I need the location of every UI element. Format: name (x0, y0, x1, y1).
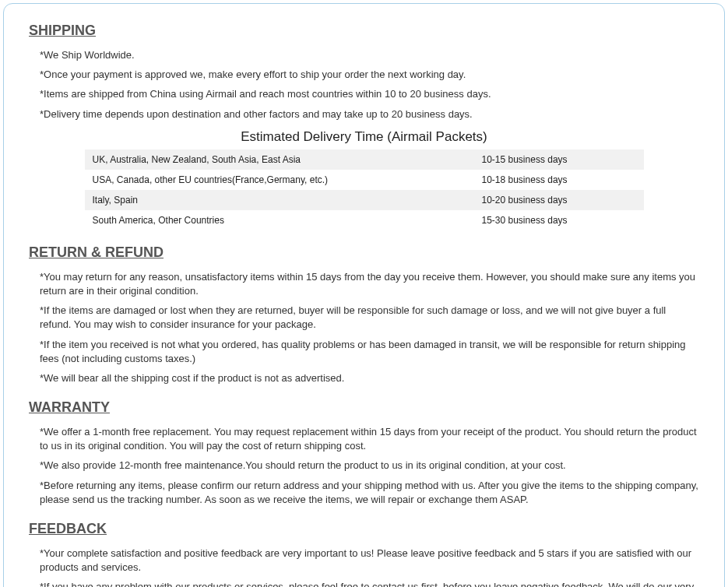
time-cell: 10-18 business days (474, 170, 644, 190)
region-cell: Italy, Spain (85, 190, 474, 210)
time-cell: 10-15 business days (474, 149, 644, 170)
list-item: *We offer a 1-month free replacement. Yo… (40, 425, 699, 453)
list-item: *Delivery time depends upon destination … (40, 107, 699, 121)
list-item: *We Ship Worldwide. (40, 48, 699, 62)
list-item: *We will bear all the shipping cost if t… (40, 371, 699, 385)
return-refund-heading: RETURN & REFUND (29, 244, 699, 261)
delivery-table: UK, Australia, New Zealand, South Asia, … (85, 149, 644, 230)
table-row: UK, Australia, New Zealand, South Asia, … (85, 149, 644, 170)
list-item: *If the item you received is not what yo… (40, 338, 699, 366)
list-item: *You may return for any reason, unsatisf… (40, 270, 699, 298)
delivery-table-title: Estimated Delivery Time (Airmail Packets… (29, 129, 699, 145)
region-cell: USA, Canada, other EU countries(France,G… (85, 170, 474, 190)
list-item: *We also provide 12-month free maintenan… (40, 459, 699, 473)
list-item: *If you have any problem with our produc… (40, 580, 699, 587)
shipping-list: *We Ship Worldwide. *Once your payment i… (29, 48, 699, 121)
time-cell: 10-20 business days (474, 190, 644, 210)
list-item: *Items are shipped from China using Airm… (40, 87, 699, 101)
table-row: Italy, Spain 10-20 business days (85, 190, 644, 210)
list-item: *Your complete satisfaction and positive… (40, 547, 699, 575)
document-container: SHIPPING *We Ship Worldwide. *Once your … (3, 3, 725, 587)
list-item: *Before returning any items, please conf… (40, 479, 699, 507)
feedback-list: *Your complete satisfaction and positive… (29, 547, 699, 587)
region-cell: South America, Other Countries (85, 210, 474, 230)
region-cell: UK, Australia, New Zealand, South Asia, … (85, 149, 474, 170)
warranty-list: *We offer a 1-month free replacement. Yo… (29, 425, 699, 507)
time-cell: 15-30 business days (474, 210, 644, 230)
shipping-heading: SHIPPING (29, 23, 699, 39)
warranty-heading: WARRANTY (29, 399, 699, 416)
list-item: *If the items are damaged or lost when t… (40, 304, 699, 332)
feedback-heading: FEEDBACK (29, 521, 699, 537)
table-row: South America, Other Countries 15-30 bus… (85, 210, 644, 230)
table-row: USA, Canada, other EU countries(France,G… (85, 170, 644, 190)
list-item: *Once your payment is approved we, make … (40, 68, 699, 82)
return-refund-list: *You may return for any reason, unsatisf… (29, 270, 699, 385)
